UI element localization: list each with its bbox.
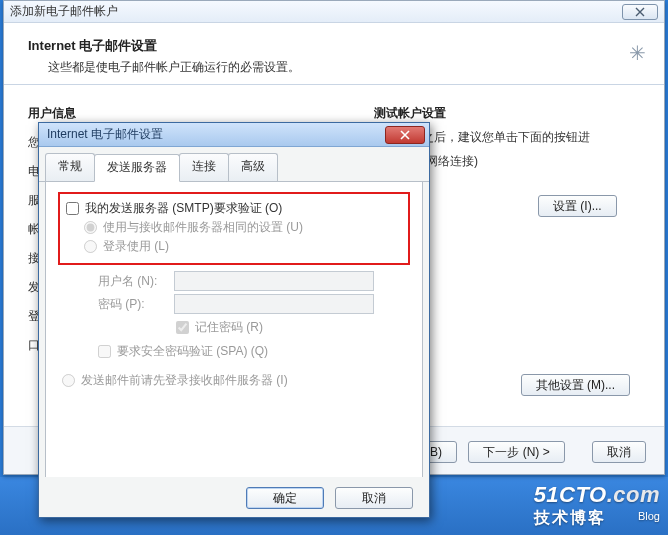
test-account-heading: 测试帐户设置: [374, 105, 648, 122]
cancel-button[interactable]: 取消: [592, 441, 646, 463]
next-button[interactable]: 下一步 (N) >: [468, 441, 564, 463]
close-icon: [635, 7, 645, 17]
password-input[interactable]: [174, 294, 374, 314]
remember-password-label: 记住密码 (R): [195, 319, 263, 336]
watermark-brand: 51CTO: [534, 482, 607, 507]
ok-button[interactable]: 确定: [246, 487, 324, 509]
username-input[interactable]: [174, 271, 374, 291]
pop-before-smtp-label: 发送邮件前请先登录接收邮件服务器 (I): [81, 372, 288, 389]
inner-dialog-title: Internet 电子邮件设置: [47, 126, 163, 143]
remember-password-row[interactable]: 记住密码 (R): [176, 319, 263, 336]
watermark-blog: Blog: [638, 510, 660, 522]
smtp-auth-row[interactable]: 我的发送服务器 (SMTP)要求验证 (O): [66, 200, 402, 217]
use-same-settings-label: 使用与接收邮件服务器相同的设置 (U): [103, 219, 303, 236]
test-account-settings-button[interactable]: 设置 (I)...: [538, 195, 617, 217]
login-using-label: 登录使用 (L): [103, 238, 169, 255]
spa-checkbox[interactable]: [98, 345, 111, 358]
pop-before-smtp-radio[interactable]: [62, 374, 75, 387]
remember-password-checkbox[interactable]: [176, 321, 189, 334]
use-same-settings-row[interactable]: 使用与接收邮件服务器相同的设置 (U): [84, 219, 402, 236]
tab-general[interactable]: 常规: [45, 153, 95, 181]
outer-header-subtitle: 这些都是使电子邮件帐户正确运行的必需设置。: [48, 59, 640, 76]
inner-titlebar: Internet 电子邮件设置: [39, 123, 429, 147]
other-settings-button[interactable]: 其他设置 (M)...: [521, 374, 630, 396]
annotation-highlight: 我的发送服务器 (SMTP)要求验证 (O) 使用与接收邮件服务器相同的设置 (…: [58, 192, 410, 265]
tabstrip: 常规 发送服务器 连接 高级: [39, 147, 429, 182]
tab-outgoing-server[interactable]: 发送服务器: [94, 154, 180, 182]
inner-cancel-button[interactable]: 取消: [335, 487, 413, 509]
login-using-row[interactable]: 登录使用 (L): [84, 238, 402, 255]
outer-header-title: Internet 电子邮件设置: [28, 37, 640, 55]
spa-row[interactable]: 要求安全密码验证 (SPA) (Q): [98, 343, 268, 360]
watermark-ext: .com: [607, 482, 660, 507]
outer-dialog-title: 添加新电子邮件帐户: [10, 3, 118, 20]
watermark-sub: 技术博客: [534, 509, 606, 526]
internet-email-settings-dialog: Internet 电子邮件设置 常规 发送服务器 连接 高级 我的发送服务器 (…: [38, 122, 430, 518]
outer-close-button[interactable]: [622, 4, 658, 20]
close-icon: [399, 130, 411, 140]
pop-before-smtp-row[interactable]: 发送邮件前请先登录接收邮件服务器 (I): [62, 372, 410, 389]
username-label: 用户名 (N):: [98, 273, 166, 290]
smtp-auth-checkbox[interactable]: [66, 202, 79, 215]
spa-label: 要求安全密码验证 (SPA) (Q): [117, 343, 268, 360]
password-label: 密码 (P):: [98, 296, 166, 313]
inner-footer: 确定 取消: [39, 477, 429, 517]
tab-connection[interactable]: 连接: [179, 153, 229, 181]
inner-close-button[interactable]: [385, 126, 425, 144]
outer-header: Internet 电子邮件设置 这些都是使电子邮件帐户正确运行的必需设置。 ✳: [4, 23, 664, 85]
use-same-settings-radio[interactable]: [84, 221, 97, 234]
decorative-sparkle-icon: ✳: [629, 41, 644, 65]
outer-titlebar: 添加新电子邮件帐户: [4, 1, 664, 23]
tab-advanced[interactable]: 高级: [228, 153, 278, 181]
watermark: 51CTO.com 技术博客 Blog: [534, 482, 660, 529]
login-using-radio[interactable]: [84, 240, 97, 253]
tab-panel-outgoing: 我的发送服务器 (SMTP)要求验证 (O) 使用与接收邮件服务器相同的设置 (…: [45, 182, 423, 482]
smtp-auth-label: 我的发送服务器 (SMTP)要求验证 (O): [85, 200, 282, 217]
